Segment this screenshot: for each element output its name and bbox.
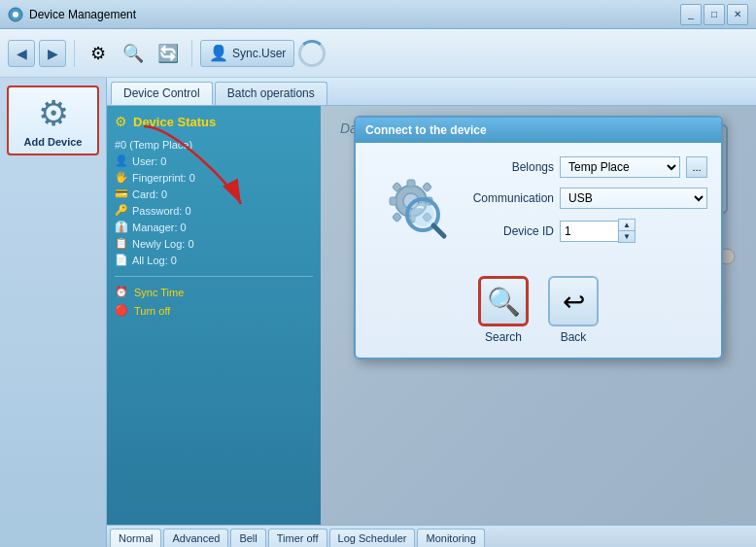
back-action-button[interactable]: ↩ Back [548,276,599,344]
device-actions: ⏰ Sync Time 🔴 Turn off [115,276,313,320]
turn-off-icon: 🔴 [115,304,128,317]
dialog-content: Belongs Temp Place ... Communication [356,143,721,266]
device-stat-icon: 👤 [115,154,128,167]
device-stat-text: Manager: 0 [132,222,187,233]
device-stat-item: 👤User: 0 [115,153,313,169]
bottom-tab-monitoring[interactable]: Monitoring [417,529,484,547]
device-stat-icon: 📄 [115,254,128,266]
device-stat-item: 🖐Fingerprint: 0 [115,169,313,186]
belongs-browse-button[interactable]: ... [686,156,707,178]
belongs-label: Belongs [466,160,554,174]
turn-off-button[interactable]: 🔴 Turn off [115,301,313,320]
device-stat-text: Card: 0 [132,188,167,200]
bottom-tab-normal[interactable]: Normal [110,529,161,547]
minimize-button[interactable]: _ [680,4,702,25]
search-button-inner: 🔍 [478,276,529,326]
back-button-label: Back [561,330,587,344]
gear-magnifier-icon [374,166,452,244]
title-bar: Device Management _ □ ✕ [0,0,756,29]
device-stat-text: All Log: 0 [132,255,177,266]
add-device-icon: ⚙ [38,93,69,134]
sync-time-label: Sync Time [134,287,184,298]
toolbar-separator-1 [74,40,75,67]
tab-device-control[interactable]: Device Control [111,82,213,105]
svg-rect-18 [407,180,415,187]
refresh-icon[interactable]: 🔄 [153,38,184,69]
device-stat-item: 👔Manager: 0 [115,219,313,235]
device-stat-item: 💳Card: 0 [115,186,313,202]
sync-time-icon: ⏰ [115,286,128,298]
user-icon: 👤 [209,44,228,62]
title-bar-left: Device Management [8,7,136,22]
dialog-title: Connect to the device [365,123,487,137]
communication-label: Communication [466,191,554,205]
device-stat-text: User: 0 [132,155,166,167]
connect-dialog: Connect to the device [354,116,723,359]
dialog-overlay: Connect to the device [321,106,756,525]
add-device-button[interactable]: ⚙ Add Device [7,85,99,155]
search-toolbar-icon[interactable]: 🔍 [118,38,149,69]
device-stat-icon: 🔑 [115,204,128,217]
svg-rect-24 [393,212,402,222]
gear-icon: ⚙ [115,114,127,129]
device-id-input[interactable] [560,221,618,242]
maximize-button[interactable]: □ [704,4,725,25]
back-button[interactable]: ◀ [8,40,35,67]
bottom-tab-timer-off[interactable]: Timer off [268,529,327,547]
belongs-row: Belongs Temp Place ... [466,156,707,178]
device-stat-item: 🔑Password: 0 [115,202,313,219]
spinner-down-button[interactable]: ▼ [619,231,635,242]
device-name-item: #0 (Temp Place) [115,137,313,153]
forward-button[interactable]: ▶ [39,40,66,67]
window-controls: _ □ ✕ [680,4,748,25]
communication-select[interactable]: USB [560,188,707,209]
device-stat-item: 📄All Log: 0 [115,252,313,268]
device-stat-icon: 🖐 [115,171,128,184]
device-status-title: Device Status [133,115,216,129]
search-action-button[interactable]: 🔍 Search [478,276,529,344]
back-button-inner: ↩ [548,276,599,326]
bottom-tab-log-scheduler[interactable]: Log Scheduler [329,529,416,547]
user-name: Sync.User [232,47,286,60]
spinner-buttons: ▲ ▼ [618,219,636,243]
sync-time-button[interactable]: ⏰ Sync Time [115,283,313,301]
dialog-buttons: 🔍 Search ↩ Back [356,266,721,358]
svg-line-28 [433,225,444,236]
device-panel: ⚙ Device Status #0 (Temp Place) 👤User: 0… [107,106,756,525]
settings-icon[interactable]: ⚙ [83,38,114,69]
content-area: Device Control Batch operations ⚙ Device… [107,78,756,547]
device-stat-text: Password: 0 [132,205,191,217]
device-stat-icon: 👔 [115,221,128,233]
add-device-label: Add Device [24,136,83,148]
device-items-list: 👤User: 0🖐Fingerprint: 0💳Card: 0🔑Password… [115,153,313,268]
dialog-fields: Belongs Temp Place ... Communication [466,156,707,253]
bottom-tab-advanced[interactable]: Advanced [163,529,228,547]
device-id-spinner: ▲ ▼ [560,219,707,243]
gear-mag-container [374,166,452,244]
main-layout: ⚙ Add Device Device Control Batch operat… [0,78,756,547]
device-stat-item: 📋Newly Log: 0 [115,235,313,252]
communication-row: Communication USB [466,188,707,209]
search-button-label: Search [485,330,522,344]
svg-point-1 [13,12,18,17]
close-button[interactable]: ✕ [727,4,748,25]
app-icon [8,7,23,22]
user-badge[interactable]: 👤 Sync.User [200,40,294,67]
spinner-up-button[interactable]: ▲ [619,220,635,230]
tab-batch-operations[interactable]: Batch operations [215,82,327,105]
loading-spinner [298,40,326,67]
bottom-tabs: Normal Advanced Bell Timer off Log Sched… [107,525,756,547]
device-info-panel: ⚙ Device Status #0 (Temp Place) 👤User: 0… [107,106,321,525]
app-title: Device Management [29,8,136,21]
device-id-row: Device ID ▲ ▼ [466,219,707,243]
dialog-icon-area [369,156,457,253]
dialog-title-bar: Connect to the device [356,118,721,143]
device-stat-text: Fingerprint: 0 [132,172,195,184]
device-info-header: ⚙ Device Status [115,114,313,129]
svg-rect-20 [390,197,396,205]
svg-rect-23 [423,182,432,191]
tabs-header: Device Control Batch operations [107,78,756,106]
bottom-tab-bell[interactable]: Bell [230,529,265,547]
device-stat-icon: 💳 [115,188,128,200]
belongs-select[interactable]: Temp Place [560,156,680,178]
